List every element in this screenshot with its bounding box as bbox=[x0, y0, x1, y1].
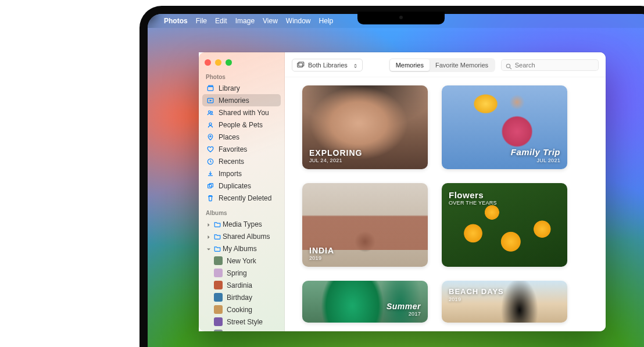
sidebar-item-label: People & Pets bbox=[219, 121, 263, 129]
memory-card-beach-days[interactable]: BEACH DAYS2019 bbox=[442, 281, 567, 323]
zoom-window-button[interactable] bbox=[226, 59, 232, 66]
places-icon bbox=[206, 133, 214, 141]
download-icon bbox=[206, 169, 214, 178]
memory-subtitle: JUL 24, 2021 bbox=[309, 158, 362, 163]
menubar-item-window[interactable]: Window bbox=[286, 17, 311, 25]
memory-card-flowers[interactable]: FlowersOVER THE YEARS bbox=[442, 183, 567, 267]
memory-card-india[interactable]: INDIA2019 bbox=[302, 183, 428, 267]
album-cooking[interactable]: Cooking bbox=[202, 303, 281, 316]
sidebar-item-label: Birthday bbox=[227, 294, 252, 302]
memory-subtitle: 2019 bbox=[449, 296, 504, 302]
chevron-updown-icon bbox=[353, 63, 358, 68]
sidebar-item-imports[interactable]: Imports bbox=[202, 167, 281, 180]
sidebar-section-photos: Photos bbox=[202, 71, 281, 82]
clock-icon bbox=[206, 157, 214, 166]
album-street-style[interactable]: Street Style bbox=[202, 316, 281, 328]
folder-icon bbox=[213, 244, 221, 253]
memory-card-summer[interactable]: Summer2017 bbox=[302, 281, 428, 323]
sidebar-item-places[interactable]: Places bbox=[202, 131, 281, 143]
menubar-item-view[interactable]: View bbox=[263, 17, 278, 25]
memory-title: INDIA bbox=[309, 246, 334, 255]
album-thumbnail bbox=[214, 317, 223, 326]
search-input[interactable] bbox=[515, 62, 594, 69]
menubar-app-name[interactable]: Photos bbox=[164, 17, 188, 25]
svg-point-6 bbox=[209, 123, 211, 125]
memory-subtitle: OVER THE YEARS bbox=[449, 200, 497, 206]
album-birthday[interactable]: Birthday bbox=[202, 291, 281, 303]
memory-card-family-trip[interactable]: Family TripJUL 2021 bbox=[442, 85, 567, 169]
svg-rect-0 bbox=[207, 86, 213, 90]
memory-subtitle: 2019 bbox=[309, 255, 334, 261]
folder-icon bbox=[213, 220, 221, 228]
album-thumbnail bbox=[214, 256, 223, 265]
album-spring[interactable]: Spring bbox=[202, 267, 281, 279]
memory-card-caption: BEACH DAYS2019 bbox=[449, 288, 504, 302]
view-segmented-control: Memories Favorite Memories bbox=[389, 58, 495, 72]
shared-icon bbox=[206, 108, 214, 117]
library-selector-icon bbox=[296, 61, 305, 69]
memory-title: BEACH DAYS bbox=[449, 288, 504, 296]
search-field[interactable] bbox=[501, 59, 599, 71]
sidebar-item-label: Memories bbox=[219, 96, 249, 105]
memory-title: EXPLORING bbox=[309, 148, 362, 158]
library-selector[interactable]: Both Libraries bbox=[292, 59, 363, 71]
sidebar-item-favorites[interactable]: Favorites bbox=[202, 143, 281, 155]
sidebar-item-label: Spring bbox=[227, 269, 247, 277]
sidebar-item-label: Cooking bbox=[227, 306, 252, 314]
stage: Photos File Edit Image View Window Help bbox=[0, 0, 644, 347]
menubar-item-help[interactable]: Help bbox=[319, 17, 334, 25]
memory-card-caption: Family TripJUL 2021 bbox=[511, 147, 560, 163]
sidebar-group-media-types[interactable]: Media Types bbox=[202, 218, 281, 230]
sidebar-group-my-albums[interactable]: My Albums bbox=[202, 242, 281, 255]
sidebar-item-label: Library bbox=[219, 84, 240, 92]
heart-icon bbox=[206, 145, 214, 153]
svg-rect-1 bbox=[208, 85, 212, 87]
folder-icon bbox=[213, 232, 221, 241]
sidebar-item-memories[interactable]: Memories bbox=[202, 94, 281, 106]
sidebar-item-label: Sardinia bbox=[227, 281, 252, 289]
memory-subtitle: 2017 bbox=[387, 311, 421, 317]
segment-memories[interactable]: Memories bbox=[390, 59, 430, 71]
sidebar: Photos LibraryMemoriesShared with YouPeo… bbox=[199, 52, 285, 331]
sidebar-item-shared-with-you[interactable]: Shared with You bbox=[202, 106, 281, 119]
album-thumbnail bbox=[214, 330, 223, 331]
sidebar-item-recents[interactable]: Recents bbox=[202, 155, 281, 167]
menubar-item-file[interactable]: File bbox=[196, 17, 207, 25]
sidebar-item-label: Recently Deleted bbox=[219, 194, 271, 202]
duplicates-icon bbox=[206, 181, 214, 190]
minimize-window-button[interactable] bbox=[215, 59, 221, 66]
sidebar-item-duplicates[interactable]: Duplicates bbox=[202, 180, 281, 192]
memories-icon bbox=[206, 96, 214, 105]
segment-favorite-memories[interactable]: Favorite Memories bbox=[430, 59, 494, 71]
svg-point-7 bbox=[209, 135, 210, 137]
sidebar-item-label: Architecture bbox=[227, 330, 264, 332]
chevron-right-icon bbox=[206, 234, 212, 239]
chevron-right-icon bbox=[206, 221, 212, 227]
album-new-york[interactable]: New York bbox=[202, 255, 281, 267]
sidebar-item-label: Shared Albums bbox=[223, 232, 270, 241]
album-thumbnail bbox=[214, 269, 223, 277]
memory-card-caption: Summer2017 bbox=[387, 302, 421, 317]
memories-grid: EXPLORINGJUL 24, 2021Family TripJUL 2021… bbox=[285, 77, 606, 331]
album-thumbnail bbox=[214, 293, 223, 302]
sidebar-item-label: Recents bbox=[219, 158, 244, 166]
menubar-item-image[interactable]: Image bbox=[235, 17, 255, 25]
sidebar-item-label: My Albums bbox=[223, 245, 257, 253]
window-controls bbox=[202, 58, 281, 71]
close-window-button[interactable] bbox=[205, 59, 211, 66]
sidebar-group-shared-albums[interactable]: Shared Albums bbox=[202, 230, 281, 242]
sidebar-item-label: New York bbox=[227, 257, 256, 265]
menubar-item-edit[interactable]: Edit bbox=[215, 17, 227, 25]
sidebar-item-recently-deleted[interactable]: Recently Deleted bbox=[202, 192, 281, 204]
trash-icon bbox=[206, 194, 214, 202]
sidebar-item-people-pets[interactable]: People & Pets bbox=[202, 119, 281, 131]
sidebar-item-label: Imports bbox=[219, 170, 242, 178]
svg-marker-3 bbox=[209, 99, 212, 102]
library-selector-label: Both Libraries bbox=[308, 62, 348, 69]
memory-card-exploring[interactable]: EXPLORINGJUL 24, 2021 bbox=[302, 85, 428, 169]
album-architecture[interactable]: Architecture bbox=[202, 328, 281, 331]
album-sardinia[interactable]: Sardinia bbox=[202, 279, 281, 291]
sidebar-item-library[interactable]: Library bbox=[202, 82, 281, 94]
svg-rect-12 bbox=[299, 62, 304, 66]
svg-rect-11 bbox=[298, 63, 303, 67]
